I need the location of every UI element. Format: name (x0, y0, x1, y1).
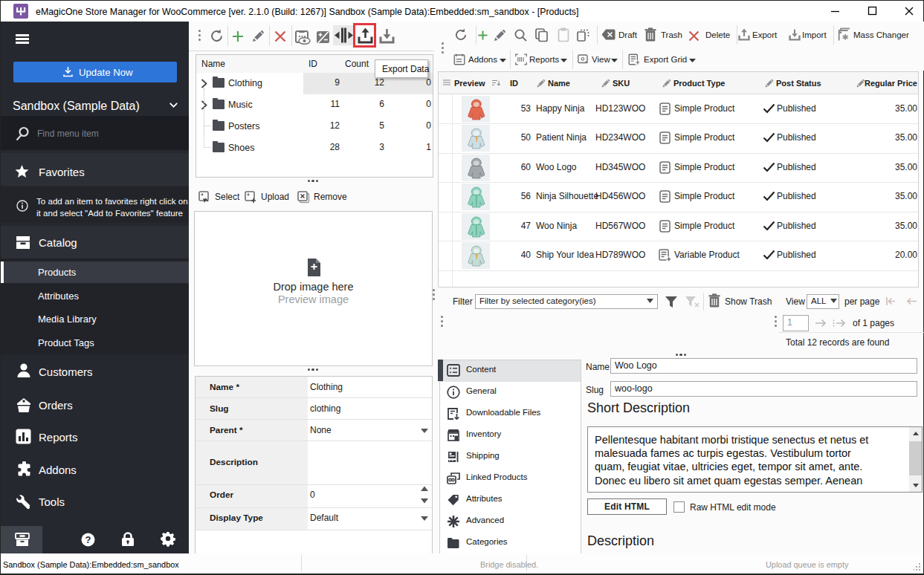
svg-text:?: ? (85, 534, 91, 545)
